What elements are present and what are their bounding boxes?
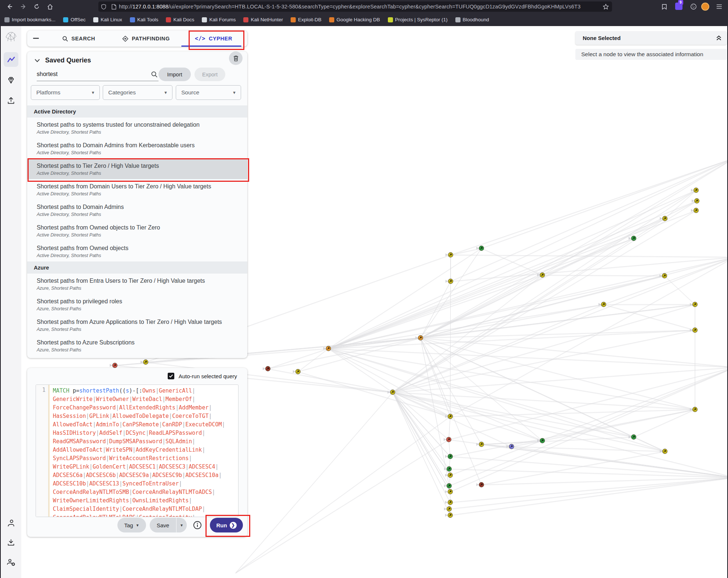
saved-query-item[interactable]: Shortest paths from Domain Users to Tier…	[27, 179, 247, 200]
chevron-down-icon[interactable]	[34, 59, 40, 62]
edge-arrowhead	[387, 391, 390, 394]
kali-nethunter-icon	[243, 17, 248, 22]
graph-node[interactable]	[445, 473, 453, 478]
source-filter-dropdown[interactable]: Source▼	[176, 85, 241, 100]
collapse-panel-button[interactable]	[27, 30, 45, 47]
graph-node[interactable]	[445, 500, 453, 505]
graph-node[interactable]	[387, 390, 395, 395]
bloodhound-logo	[4, 29, 18, 44]
graph-node[interactable]	[690, 328, 698, 333]
reload-button[interactable]	[32, 1, 42, 12]
platforms-filter-dropdown[interactable]: Platforms▼	[31, 85, 100, 100]
bookmark-item[interactable]: Kali Forums	[202, 17, 236, 22]
extension-badge: 9	[678, 0, 683, 5]
graph-node[interactable]	[263, 366, 270, 371]
cypher-code-editor[interactable]: 1 MATCH p=shortestPath((s)-[:Owns|Generi…	[36, 384, 239, 517]
graph-node[interactable]	[445, 253, 453, 257]
graph-edge	[542, 410, 695, 441]
saved-query-item[interactable]: Shortest paths to Domain Admins from Ker…	[27, 138, 247, 159]
info-button[interactable]	[191, 519, 204, 532]
graph-node[interactable]	[476, 483, 484, 487]
edge-arrowhead	[445, 514, 448, 517]
saved-query-item[interactable]: Shortest paths from Azure Applications t…	[27, 315, 247, 335]
bookmark-item[interactable]: Bloodhound	[455, 17, 489, 22]
collapse-chevrons-icon[interactable]	[716, 35, 722, 41]
save-button[interactable]: Save	[150, 518, 176, 532]
upload-icon[interactable]	[4, 93, 18, 108]
graph-edge	[450, 477, 727, 502]
graph-edge	[393, 393, 450, 516]
graph-edge	[393, 392, 449, 486]
bookmark-star-icon[interactable]	[603, 4, 609, 10]
graph-edge	[236, 392, 393, 573]
graph-node[interactable]	[476, 246, 484, 251]
graph-edge	[421, 339, 481, 445]
shield-icon[interactable]	[101, 4, 106, 10]
bookmark-item[interactable]: Kali NetHunter	[243, 17, 283, 22]
tag-button[interactable]: Tag▼	[117, 518, 146, 532]
bookmark-item[interactable]: Kali Linux	[93, 17, 122, 22]
saved-query-item[interactable]: Shortest paths to systems trusted for un…	[27, 118, 247, 138]
graph-edge	[634, 437, 665, 451]
forward-button[interactable]	[18, 1, 29, 12]
run-button[interactable]: Run ❯	[210, 518, 243, 532]
saved-queries-title: Saved Queries	[45, 57, 91, 64]
edge-arrowhead	[445, 490, 448, 493]
bookmark-item[interactable]: Google Hacking DB	[329, 17, 380, 22]
cookie-icon[interactable]	[688, 1, 699, 12]
graph-node[interactable]	[444, 467, 452, 472]
privilege-zones-icon[interactable]	[4, 73, 18, 88]
graph-node[interactable]	[445, 454, 453, 459]
graph-edge	[449, 440, 727, 478]
saved-query-item[interactable]: Shortest paths to Tier Zero / High Value…	[27, 159, 247, 179]
query-search-input[interactable]: shortest	[37, 69, 159, 81]
graph-node[interactable]	[444, 507, 452, 512]
administration-icon[interactable]	[4, 555, 18, 570]
page-info-icon[interactable]	[112, 4, 116, 10]
categories-filter-dropdown[interactable]: Categories▼	[103, 85, 172, 100]
graph-node[interactable]	[445, 490, 453, 494]
graph-node[interactable]	[293, 369, 301, 374]
graph-node[interactable]	[444, 484, 452, 488]
import-button[interactable]: Import	[159, 68, 191, 81]
cypher-code[interactable]: MATCH p=shortestPath((s)-[:Owns|GenericA…	[50, 385, 238, 517]
saved-query-item[interactable]: Shortest paths from Owned objects to Tie…	[27, 220, 247, 241]
graph-node[interactable]	[445, 513, 453, 518]
saved-query-item[interactable]: Shortest paths to privileged roles Azure…	[27, 294, 247, 315]
download-icon[interactable]	[4, 535, 18, 550]
save-options-button[interactable]: ▼	[176, 518, 187, 532]
bookmark-item[interactable]: Import bookmarks...	[4, 17, 55, 22]
graph-node[interactable]	[445, 279, 453, 284]
tab-pathfinding[interactable]: PATHFINDING	[112, 30, 180, 47]
save-to-pocket-icon[interactable]	[659, 1, 669, 12]
chevron-down-icon: ▼	[180, 523, 183, 527]
kali-tools-icon	[130, 17, 135, 22]
profile-icon[interactable]	[4, 516, 18, 531]
export-button[interactable]: Export	[194, 68, 225, 81]
profile-avatar[interactable]	[700, 1, 710, 12]
bookmark-item[interactable]: Kali Tools	[130, 17, 159, 22]
menu-icon[interactable]	[714, 1, 724, 12]
graph-node[interactable]	[110, 363, 117, 368]
graph-node[interactable]	[444, 437, 451, 442]
saved-query-item[interactable]: Shortest paths from Entra Users to Tier …	[27, 274, 247, 294]
url-bar[interactable]: http://127.0.0.1:8088/ui/explore?primary…	[98, 1, 612, 12]
back-button[interactable]	[4, 1, 15, 12]
bookmark-item[interactable]: Projects | SysReptor (1)	[388, 17, 448, 22]
autorun-checkbox[interactable]	[168, 373, 174, 379]
delete-queries-button[interactable]	[229, 51, 243, 65]
extensions-icon[interactable]: 9	[674, 0, 685, 11]
saved-query-item[interactable]: Shortest paths from Owned objects Active…	[27, 241, 247, 261]
home-button[interactable]	[45, 1, 55, 12]
edge-arrowhead	[444, 438, 446, 441]
saved-query-item[interactable]: Shortest paths to Azure Subscriptions Az…	[27, 335, 247, 356]
tab-search[interactable]: SEARCH	[45, 30, 112, 47]
bookmark-item[interactable]: OffSec	[63, 17, 85, 22]
graph-node[interactable]	[476, 442, 484, 447]
saved-query-item[interactable]: Shortest paths to Domain Admins Active D…	[27, 200, 247, 220]
tab-cypher[interactable]: </> CYPHER	[180, 30, 247, 47]
bookmark-item[interactable]: Exploit-DB	[291, 17, 321, 22]
explore-nav-icon[interactable]	[4, 52, 18, 67]
bookmark-item[interactable]: Kali Docs	[166, 17, 194, 22]
active-tab-underline	[181, 46, 241, 47]
